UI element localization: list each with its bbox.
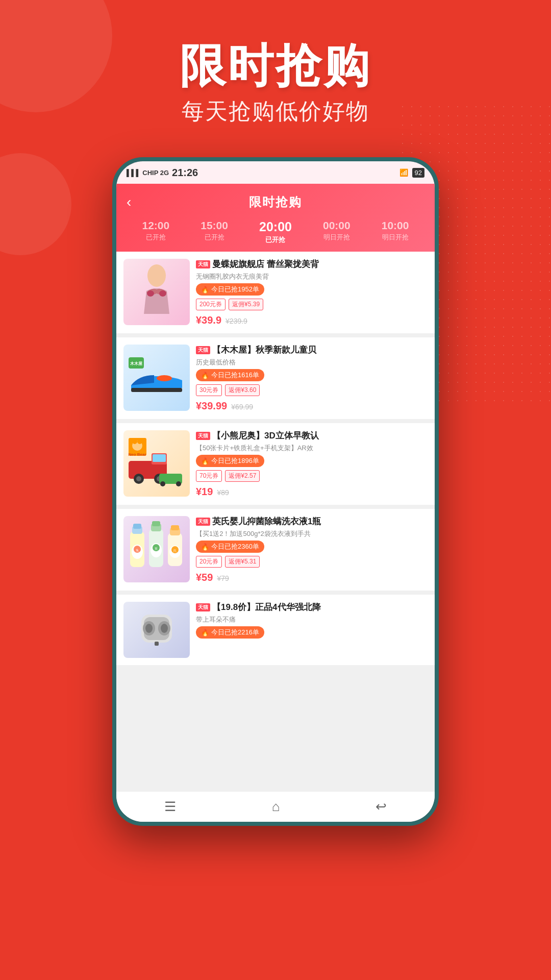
time-val-1200: 12:00 [142, 219, 170, 232]
svg-point-21 [176, 481, 181, 486]
app-title: 限时抢购 [249, 194, 302, 210]
flash-text-3: 今日已抢1896单 [211, 456, 259, 465]
phone-frame: ▌▌▌ CHIP 2G 21:26 📶 92 ‹ 限时抢购 12:00 已开抢 [112, 157, 439, 826]
svg-point-11 [136, 476, 141, 481]
svg-point-43 [145, 624, 153, 633]
earphone-image [123, 602, 190, 658]
product-name-1: 曼蝶妮旗舰店 蕾丝聚拢美背 [212, 259, 319, 270]
svg-text:英: 英 [155, 547, 158, 550]
svg-point-17 [137, 439, 142, 444]
fire-icon-3: 🔥 [201, 457, 209, 465]
phone-wrapper: ▌▌▌ CHIP 2G 21:26 📶 92 ‹ 限时抢购 12:00 已开抢 [0, 157, 551, 826]
product-name-4: 英氏婴儿抑菌除螨洗衣液1瓶 [212, 516, 321, 527]
time-val-1500: 15:00 [201, 219, 228, 232]
product-info-4: 天猫 英氏婴儿抑菌除螨洗衣液1瓶 【买1送2！加送500g*2袋洗衣液到手共 🔥… [196, 516, 428, 583]
product-image-1 [123, 259, 190, 325]
flash-badge-3: 🔥 今日已抢1896单 [196, 455, 264, 467]
product-name-3: 【小熊尼奥】3D立体早教认 [212, 430, 319, 442]
status-left: ▌▌▌ CHIP 2G 21:26 [127, 167, 198, 179]
svg-rect-24 [133, 524, 141, 529]
product-card-1[interactable]: 天猫 曼蝶妮旗舰店 蕾丝聚拢美背 无钢圈乳胶内衣无痕美背 🔥 今日已抢1952单… [116, 252, 435, 333]
app-nav: ‹ 限时抢购 [127, 190, 424, 214]
coupon-row-3: 70元券 返佣¥2.57 [196, 470, 428, 482]
app-header: ‹ 限时抢购 12:00 已开抢 15:00 已开抢 20:00 已开抢 [116, 184, 435, 252]
time-status-1500: 已开抢 [201, 233, 228, 242]
product-info-2: 天猫 【木木屋】秋季新款儿童贝 历史最低价格 🔥 今日已抢1616单 30元券 … [196, 345, 428, 412]
earphone-svg [131, 607, 182, 653]
product-image-4: 兔 英 [123, 516, 190, 582]
price-row-1: ¥39.9 ¥239.9 [196, 314, 428, 326]
toy-image: Neo Bear [123, 430, 190, 497]
flash-text-5: 今日已抢2216单 [211, 628, 259, 637]
cashback-tag-4: 返佣¥5.31 [225, 556, 260, 568]
flash-badge-4: 🔥 今日已抢2360单 [196, 541, 264, 553]
svg-rect-9 [153, 454, 166, 462]
product-card-5[interactable]: 天猫 【19.8价】正品4代华强北降 带上耳朵不痛 🔥 今日已抢2216单 [116, 595, 435, 665]
price-row-4: ¥59 ¥79 [196, 572, 428, 583]
back-button[interactable]: ‹ [127, 194, 131, 210]
svg-text:木木屋: 木木屋 [130, 361, 142, 366]
svg-rect-46 [155, 642, 159, 646]
shop-badge-2: 天猫 [196, 346, 210, 354]
coupon-row-4: 20元券 返佣¥5.31 [196, 556, 428, 568]
svg-text:氏: 氏 [173, 549, 177, 552]
product-image-3: Neo Bear [123, 430, 190, 497]
back-nav-button[interactable]: ↩ [375, 799, 387, 815]
product-desc-5: 带上耳朵不痛 [196, 615, 428, 624]
price-row-2: ¥39.99 ¥69.99 [196, 400, 428, 412]
page-header: 限时抢购 每天抢购低价好物 [0, 0, 551, 147]
time-status-0000: 明日开抢 [323, 233, 350, 242]
price-original-4: ¥79 [217, 574, 229, 582]
liquid-svg: 兔 英 [126, 519, 187, 580]
product-card-4[interactable]: 兔 英 [116, 509, 435, 591]
product-list[interactable]: 天猫 曼蝶妮旗舰店 蕾丝聚拢美背 无钢圈乳胶内衣无痕美背 🔥 今日已抢1952单… [116, 252, 435, 791]
price-original-2: ¥69.99 [231, 403, 253, 411]
product-info-1: 天猫 曼蝶妮旗舰店 蕾丝聚拢美背 无钢圈乳胶内衣无痕美背 🔥 今日已抢1952单… [196, 259, 428, 326]
time-val-1000: 10:00 [382, 219, 409, 232]
svg-text:兔: 兔 [136, 549, 139, 552]
fire-icon-2: 🔥 [201, 372, 209, 379]
time-val-2000: 20:00 [259, 219, 292, 234]
time-tab-1200[interactable]: 12:00 已开抢 [142, 219, 170, 244]
fire-icon-4: 🔥 [201, 543, 209, 551]
time-status-1200: 已开抢 [142, 233, 170, 242]
product-card-3[interactable]: Neo Bear 天猫 【小熊尼奥】3D立体早教认 [116, 423, 435, 505]
svg-point-2 [159, 290, 166, 297]
time-tabs: 12:00 已开抢 15:00 已开抢 20:00 已开抢 00:00 明日开抢 [127, 214, 424, 252]
time-tab-1000[interactable]: 10:00 明日开抢 [382, 219, 409, 244]
coupon-tag-4: 20元券 [196, 556, 222, 568]
menu-button[interactable]: ☰ [164, 799, 176, 815]
product-card-2[interactable]: 木木屋 天猫 【木木屋】秋季新款儿童贝 [116, 337, 435, 419]
liquid-image: 兔 英 [123, 516, 190, 582]
app-screen: ‹ 限时抢购 12:00 已开抢 15:00 已开抢 20:00 已开抢 [116, 184, 435, 822]
coupon-tag-1: 200元券 [196, 299, 226, 310]
time-display: 21:26 [172, 167, 198, 179]
header-subtitle: 每天抢购低价好物 [0, 96, 551, 127]
home-button[interactable]: ⌂ [272, 799, 280, 815]
svg-point-1 [147, 290, 154, 297]
shop-row-1: 天猫 曼蝶妮旗舰店 蕾丝聚拢美背 [196, 259, 428, 270]
time-status-1000: 明日开抢 [382, 233, 409, 242]
time-tab-1500[interactable]: 15:00 已开抢 [201, 219, 228, 244]
battery-indicator: 92 [412, 168, 424, 178]
product-desc-1: 无钢圈乳胶内衣无痕美背 [196, 272, 428, 281]
product-image-2: 木木屋 [123, 345, 190, 411]
svg-rect-30 [152, 521, 160, 526]
flash-badge-1: 🔥 今日已抢1952单 [196, 283, 264, 296]
price-row-3: ¥19 ¥89 [196, 486, 428, 498]
price-original-3: ¥89 [217, 488, 229, 497]
product-name-5: 【19.8价】正品4代华强北降 [212, 602, 321, 613]
svg-point-5 [157, 375, 172, 381]
svg-rect-36 [171, 525, 179, 530]
bra-image [123, 259, 190, 325]
shop-badge-1: 天猫 [196, 260, 210, 268]
fire-icon-5: 🔥 [201, 629, 209, 636]
time-tab-2000[interactable]: 20:00 已开抢 [259, 219, 292, 244]
bra-svg [131, 263, 182, 322]
status-bar: ▌▌▌ CHIP 2G 21:26 📶 92 [116, 161, 435, 184]
price-current-4: ¥59 [196, 572, 213, 583]
status-right: 📶 92 [399, 168, 424, 178]
product-desc-2: 历史最低价格 [196, 358, 428, 367]
time-tab-0000[interactable]: 00:00 明日开抢 [323, 219, 350, 244]
product-name-2: 【木木屋】秋季新款儿童贝 [212, 345, 316, 356]
